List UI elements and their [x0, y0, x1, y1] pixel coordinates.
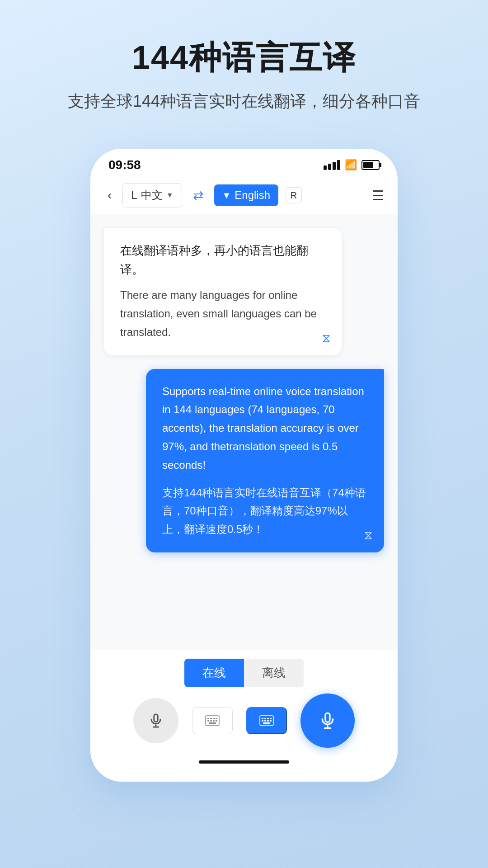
phone-shell: 09:58 📶 ‹ L 中文 ▼ ⇄ ▼ English R ☰ — [90, 149, 398, 782]
page-subtitle: 支持全球144种语言实时在线翻译，细分各种口音 — [68, 90, 420, 113]
right-lang-label: English — [235, 189, 270, 202]
left-lang-prefix: L — [131, 189, 137, 202]
page-title: 144种语言互译 — [132, 36, 356, 80]
svg-rect-4 — [207, 718, 209, 719]
right-bubble-text-zh: 支持144种语言实时在线语音互译（74种语言，70种口音），翻译精度高达97%以… — [162, 484, 368, 539]
svg-rect-17 — [270, 718, 272, 719]
right-lang-suffix-button[interactable]: R — [286, 187, 302, 203]
microphone-icon — [148, 713, 164, 728]
left-bubble-text-zh: 在线翻译语种多，再小的语言也能翻译。 — [120, 241, 326, 279]
status-time: 09:58 — [108, 158, 141, 172]
mode-offline-button[interactable]: 离线 — [244, 659, 304, 687]
svg-rect-5 — [210, 718, 212, 719]
status-icons: 📶 — [324, 159, 380, 171]
sound-icon[interactable]: ⧖ — [322, 331, 330, 345]
action-row — [104, 693, 384, 748]
svg-rect-23 — [325, 713, 330, 722]
svg-rect-0 — [154, 714, 158, 722]
right-lang-suffix: R — [291, 190, 297, 201]
mic-button-blue[interactable] — [300, 693, 355, 748]
svg-rect-11 — [216, 720, 217, 722]
svg-rect-20 — [267, 720, 269, 722]
mode-row: 在线 离线 — [104, 659, 384, 687]
left-lang-label: 中文 — [141, 188, 163, 203]
battery-icon — [361, 160, 380, 170]
swap-languages-button[interactable]: ⇄ — [189, 188, 207, 203]
bottom-controls: 在线 离线 — [90, 650, 398, 782]
svg-rect-9 — [210, 720, 212, 722]
signal-icon — [324, 160, 340, 170]
svg-rect-15 — [264, 718, 266, 719]
microphone-icon-blue — [319, 712, 337, 730]
back-button[interactable]: ‹ — [104, 188, 115, 203]
left-bubble-text-en: There are many languages for online tran… — [120, 286, 326, 341]
svg-rect-7 — [216, 718, 217, 719]
bubble-right: Supports real-time online voice translat… — [146, 369, 384, 552]
mic-button-gray[interactable] — [133, 698, 178, 743]
svg-rect-22 — [263, 722, 270, 724]
mode-online-button[interactable]: 在线 — [184, 659, 244, 687]
svg-rect-12 — [209, 722, 216, 724]
keyboard-button-left[interactable] — [192, 707, 233, 734]
svg-rect-19 — [264, 720, 266, 722]
svg-rect-8 — [207, 720, 209, 722]
toolbar: ‹ L 中文 ▼ ⇄ ▼ English R ☰ — [90, 177, 398, 214]
flag-icon: ▼ — [222, 190, 231, 201]
right-language-button[interactable]: ▼ English — [214, 184, 279, 206]
svg-rect-10 — [213, 720, 215, 722]
keyboard-button-right[interactable] — [246, 707, 287, 734]
keyboard-icon-right — [259, 715, 274, 726]
status-bar: 09:58 📶 — [90, 149, 398, 177]
chevron-down-icon: ▼ — [166, 191, 174, 199]
chat-area: 在线翻译语种多，再小的语言也能翻译。 There are many langua… — [90, 214, 398, 650]
sound-icon-right[interactable]: ⧖ — [364, 528, 372, 542]
svg-rect-18 — [262, 720, 263, 722]
menu-button[interactable]: ☰ — [372, 188, 384, 203]
left-language-button[interactable]: L 中文 ▼ — [122, 183, 182, 208]
home-indicator — [199, 760, 289, 764]
svg-rect-6 — [213, 718, 215, 719]
bubble-left: 在线翻译语种多，再小的语言也能翻译。 There are many langua… — [104, 228, 342, 355]
svg-rect-21 — [270, 720, 272, 722]
wifi-icon: 📶 — [345, 159, 357, 171]
keyboard-row — [192, 707, 287, 734]
svg-rect-16 — [267, 718, 269, 719]
svg-rect-14 — [262, 718, 263, 719]
right-bubble-text-en: Supports real-time online voice translat… — [162, 382, 368, 475]
keyboard-icon-left — [205, 715, 220, 726]
